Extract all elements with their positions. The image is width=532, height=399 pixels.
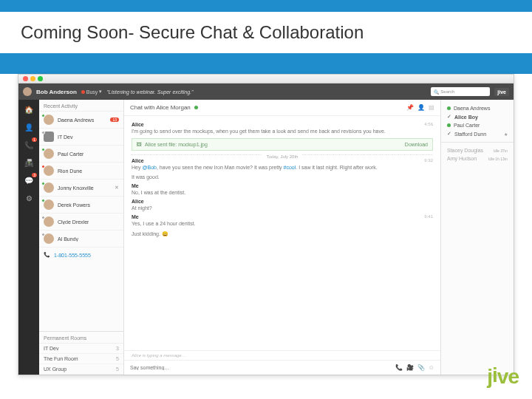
chat-header-actions: 📌 👤 ▤ bbox=[406, 104, 434, 111]
dial-number-row[interactable]: 📞 1-801-555-5555 bbox=[39, 248, 123, 262]
contact-row[interactable]: Clyde Drexler bbox=[39, 214, 123, 231]
presence-row-away[interactable]: Stacey DouglasIdle 37m bbox=[447, 146, 508, 154]
chat-panel: Chat with Alice Morgan 📌 👤 ▤ 4:56 Alice … bbox=[124, 100, 441, 375]
chat-icon[interactable]: 💬3 bbox=[24, 175, 34, 185]
contact-name: Rion Dune bbox=[58, 168, 82, 174]
user-avatar[interactable] bbox=[23, 87, 32, 96]
presence-row[interactable]: ✓Alice Boy bbox=[447, 112, 508, 121]
contact-row[interactable]: IT Dev bbox=[39, 129, 123, 146]
pin-icon[interactable]: 📌 bbox=[406, 104, 414, 111]
more-icon[interactable]: ▤ bbox=[429, 104, 434, 111]
download-link[interactable]: Download bbox=[405, 142, 428, 147]
mention[interactable]: @Bob bbox=[142, 165, 157, 170]
phone-number: 1-801-555-5555 bbox=[54, 253, 91, 258]
contact-avatar bbox=[44, 183, 54, 193]
contact-row[interactable]: Rion Dune bbox=[39, 163, 123, 180]
video-icon[interactable]: 🎥 bbox=[406, 364, 414, 371]
presence-name: Paul Carter bbox=[454, 123, 480, 128]
presence-row[interactable]: ✓Stafford Dunn★ bbox=[447, 129, 508, 138]
user-name[interactable]: Bob Anderson bbox=[36, 89, 77, 95]
home-icon[interactable]: 🏠 bbox=[24, 104, 34, 115]
message-sender: Me bbox=[132, 214, 433, 219]
message-time: 4:56 bbox=[424, 122, 433, 126]
hashtag[interactable]: #cool bbox=[284, 165, 296, 170]
close-icon[interactable]: ✕ bbox=[115, 185, 119, 191]
user-status[interactable]: Busy ▾ bbox=[81, 89, 103, 95]
contact-row[interactable]: Al Bundy bbox=[39, 231, 123, 248]
window-minimize-button[interactable] bbox=[30, 76, 35, 81]
add-user-icon[interactable]: 👤 bbox=[417, 104, 425, 111]
contact-avatar bbox=[44, 233, 54, 244]
attach-icon[interactable]: 📎 bbox=[417, 364, 425, 371]
presence-dot-icon bbox=[194, 106, 198, 109]
app-topbar: Bob Anderson Busy ▾ "Listening to webina… bbox=[18, 83, 514, 100]
file-label: Alice sent file: mockup1.jpg bbox=[145, 142, 208, 147]
idle-time: Idle 37m bbox=[494, 149, 508, 153]
room-row[interactable]: The Fun Room5 bbox=[39, 354, 123, 364]
contacts-icon[interactable]: 👤 bbox=[24, 122, 34, 132]
presence-row[interactable]: Paul Carter bbox=[447, 121, 508, 129]
contact-name: Daena Andrews bbox=[58, 117, 94, 123]
voicemail-icon[interactable]: 📠 bbox=[24, 157, 34, 168]
emoji-icon[interactable]: ☺ bbox=[429, 364, 434, 371]
search-placeholder: Search bbox=[440, 89, 454, 94]
presence-name: Stacey Douglas bbox=[447, 148, 483, 153]
presence-dot-icon bbox=[41, 114, 45, 117]
mac-titlebar bbox=[18, 75, 514, 83]
window-close-button[interactable] bbox=[23, 76, 28, 81]
message: 9:41 Me Yes, I use a 24 hour dentist. bbox=[132, 214, 433, 227]
star-icon[interactable]: ★ bbox=[504, 132, 508, 137]
brand-logo-small: jive bbox=[494, 88, 509, 96]
date-separator: Today, July 20th bbox=[132, 154, 433, 155]
room-row[interactable]: UX Group5 bbox=[39, 364, 123, 375]
contact-row[interactable]: Jonny Knoxville ✕ bbox=[39, 180, 123, 197]
presence-row-away[interactable]: Amy HudsonIdle 1h 13m bbox=[447, 154, 508, 163]
presence-dot-icon bbox=[41, 165, 45, 168]
header-accent-bottom bbox=[0, 53, 532, 74]
recent-activity-panel: Recent Activity Daena Andrews 13 IT Dev … bbox=[39, 100, 124, 375]
presence-row[interactable]: Daena Andrews bbox=[447, 104, 508, 112]
message-sender: Alice bbox=[132, 122, 433, 127]
file-attachment[interactable]: 🖼 Alice sent file: mockup1.jpg Download bbox=[132, 138, 433, 151]
contact-name: Al Bundy bbox=[58, 236, 78, 242]
contact-avatar bbox=[44, 115, 54, 125]
contact-name: Jonny Knoxville bbox=[58, 185, 94, 191]
phone-icon[interactable]: 📞1 bbox=[24, 140, 34, 150]
message-time: 9:41 bbox=[424, 214, 433, 219]
user-status-message[interactable]: "Listening to webinar. Super exciting." bbox=[106, 89, 193, 95]
message-body: I'm going to send over the mockups, when… bbox=[132, 128, 433, 134]
message-sender: Me bbox=[132, 183, 433, 188]
check-icon: ✓ bbox=[447, 114, 451, 120]
room-name: UX Group bbox=[44, 366, 66, 372]
title-band: Coming Soon- Secure Chat & Collaboration bbox=[0, 12, 532, 53]
contact-row[interactable]: Paul Carter bbox=[39, 146, 123, 163]
check-icon: ✓ bbox=[447, 131, 451, 137]
contact-avatar bbox=[44, 166, 54, 176]
room-count: 5 bbox=[116, 356, 119, 361]
contact-name: IT Dev bbox=[58, 134, 73, 140]
presence-panel: Daena Andrews ✓Alice Boy Paul Carter ✓St… bbox=[441, 100, 514, 375]
message: Me No, I was at the dentist. bbox=[132, 183, 433, 196]
jive-logo: jive bbox=[487, 365, 519, 389]
phone-badge: 1 bbox=[32, 137, 37, 142]
contact-avatar bbox=[44, 216, 54, 227]
header-accent-top bbox=[0, 0, 532, 12]
compose-actions: 📞 🎥 📎 ☺ bbox=[395, 364, 434, 371]
message-time: 9:32 bbox=[424, 158, 433, 163]
unread-badge: 13 bbox=[110, 117, 119, 122]
compose-input[interactable] bbox=[130, 365, 391, 370]
message-body: No, I was at the dentist. bbox=[132, 189, 433, 196]
contact-avatar bbox=[44, 200, 54, 210]
message-body: Yes, I use a 24 hour dentist. bbox=[132, 220, 433, 227]
phone-handset-icon: 📞 bbox=[44, 252, 50, 258]
search-input[interactable]: 🔍 Search bbox=[431, 87, 490, 96]
presence-dot-icon bbox=[447, 106, 451, 110]
window-zoom-button[interactable] bbox=[38, 76, 43, 81]
call-icon[interactable]: 📞 bbox=[395, 364, 403, 371]
settings-icon[interactable]: ⚙ bbox=[24, 193, 34, 203]
room-row[interactable]: IT Dev3 bbox=[39, 344, 123, 354]
contact-row[interactable]: Derek Powers bbox=[39, 197, 123, 214]
contact-row[interactable]: Daena Andrews 13 bbox=[39, 112, 123, 129]
contact-name: Derek Powers bbox=[58, 202, 90, 208]
message-sender: Alice bbox=[132, 158, 433, 163]
